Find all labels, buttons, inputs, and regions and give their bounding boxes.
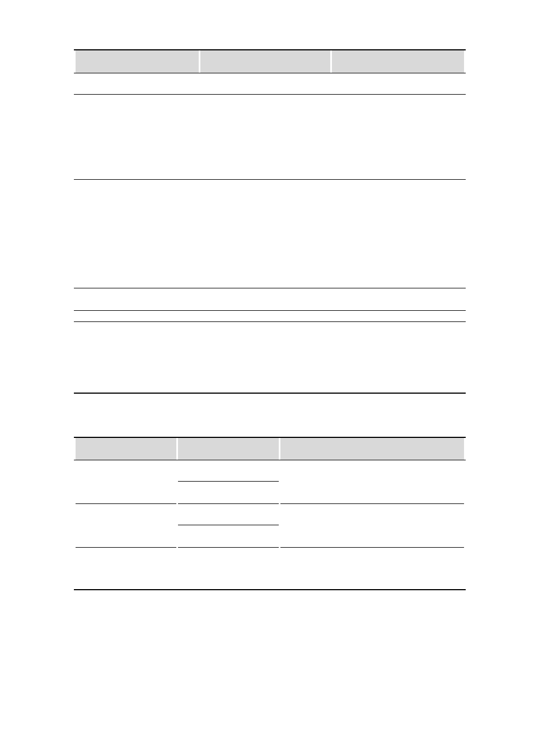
table-cell [178, 503, 279, 525]
table-cell [280, 547, 464, 590]
table-cell [76, 547, 176, 590]
table-2-header-3 [280, 437, 464, 460]
table-row [74, 321, 466, 393]
table-2-header-2 [178, 437, 279, 460]
table-1-header-1 [76, 50, 199, 73]
table-cell [200, 321, 330, 393]
table-cell [332, 321, 464, 393]
table-row [74, 179, 466, 288]
table-row [74, 460, 466, 481]
table-cell [200, 179, 330, 288]
table-cell [200, 288, 330, 310]
table-1-header-2 [200, 50, 330, 73]
table-row [74, 547, 466, 590]
table-2-header-1 [76, 437, 176, 460]
table-cell [76, 288, 199, 310]
table-cell [332, 310, 464, 321]
table-1-header-row [74, 50, 466, 73]
table-row [74, 73, 466, 94]
table-1 [74, 49, 466, 394]
table-2-header-row [74, 437, 466, 460]
table-1-header-3 [332, 50, 464, 73]
table-cell [76, 179, 199, 288]
table-cell [76, 73, 199, 94]
table-row [74, 503, 466, 525]
page-content [0, 0, 534, 756]
table-cell [76, 310, 199, 321]
table-cell [332, 73, 464, 94]
table-cell [200, 94, 330, 179]
table-row [74, 288, 466, 310]
table-cell [76, 503, 176, 547]
table-cell [76, 460, 176, 503]
table-cell [178, 525, 279, 547]
table-cell [178, 481, 279, 503]
table-row [74, 94, 466, 179]
table-row [74, 310, 466, 321]
table-cell [332, 179, 464, 288]
table-cell [76, 94, 199, 179]
table-cell [76, 321, 199, 393]
table-cell [280, 460, 464, 503]
table-cell [200, 310, 330, 321]
table-cell [178, 547, 279, 590]
table-cell [280, 503, 464, 547]
table-cell [200, 73, 330, 94]
table-2 [74, 437, 466, 590]
table-cell [178, 460, 279, 481]
table-cell [332, 288, 464, 310]
table-cell [332, 94, 464, 179]
